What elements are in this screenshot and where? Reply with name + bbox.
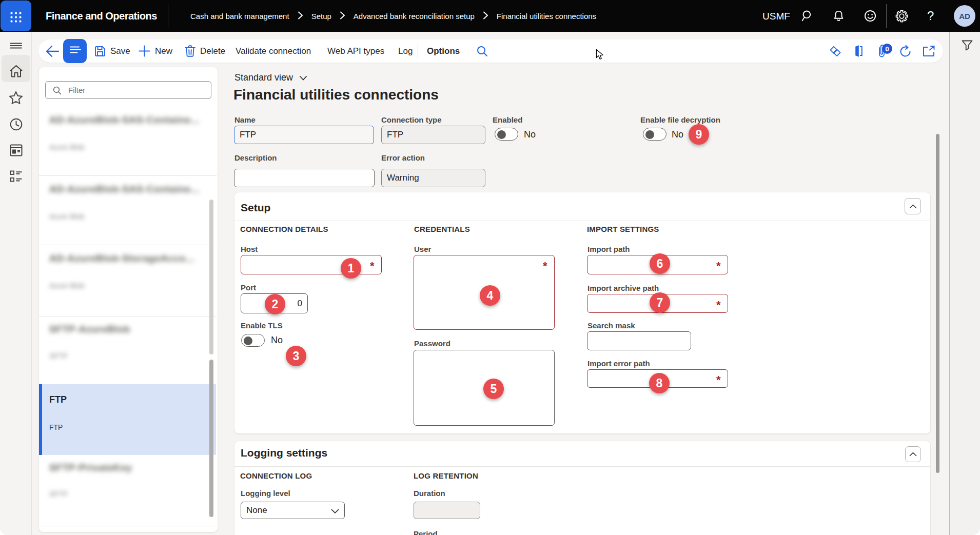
svg-text:0: 0 [885, 45, 889, 53]
